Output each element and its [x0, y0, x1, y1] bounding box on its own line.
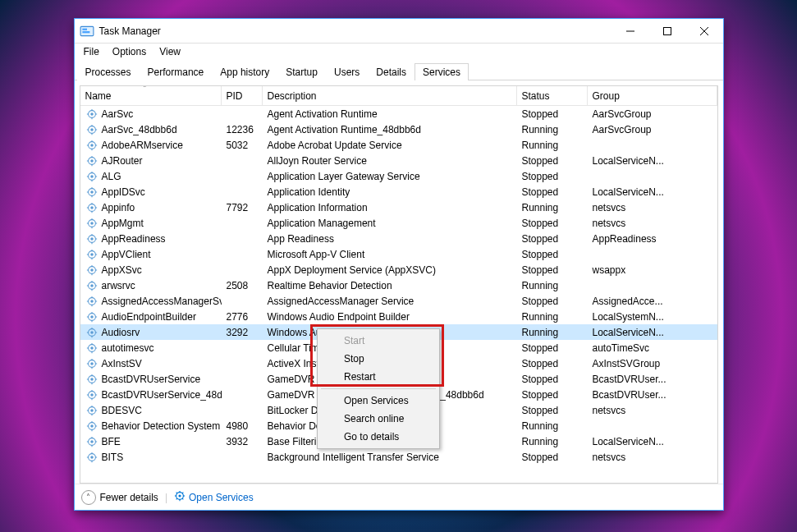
- menu-view[interactable]: View: [153, 44, 186, 59]
- svg-line-154: [182, 493, 183, 493]
- service-group: LocalServiceN...: [588, 324, 717, 340]
- svg-point-134: [90, 440, 94, 443]
- table-row[interactable]: Appinfo7792Application InformationRunnin…: [80, 200, 717, 215]
- service-group: BcastDVRUser...: [588, 387, 717, 402]
- table-row[interactable]: AppVClientMicrosoft App-V ClientStopped: [80, 246, 717, 262]
- service-status: Stopped: [517, 246, 588, 262]
- fewer-details-button[interactable]: ˄ Fewer details: [81, 490, 158, 505]
- maximize-button[interactable]: [649, 19, 686, 43]
- service-status: Stopped: [517, 449, 588, 465]
- svg-point-122: [90, 409, 94, 412]
- service-pid: [222, 449, 263, 465]
- svg-point-26: [90, 159, 94, 163]
- service-pid: 5032: [222, 137, 263, 153]
- svg-point-104: [90, 362, 94, 365]
- chevron-up-icon: ˄: [81, 490, 96, 505]
- table-row[interactable]: AarSvcAgent Activation RuntimeStoppedAar…: [80, 106, 717, 122]
- service-group: [588, 418, 717, 433]
- service-description: Application Identity: [263, 184, 517, 200]
- service-pid: 12236: [222, 122, 263, 137]
- header-pid[interactable]: PID: [222, 86, 263, 105]
- table-row[interactable]: AssignedAccessManagerSvcAssignedAccessMa…: [80, 293, 717, 309]
- gear-icon: [85, 310, 98, 323]
- header-group[interactable]: Group: [588, 86, 717, 105]
- service-name: BcastDVRUserService: [102, 374, 201, 385]
- service-name: AppReadiness: [102, 233, 166, 245]
- context-menu-item[interactable]: Stop: [319, 350, 437, 368]
- context-menu-item[interactable]: Open Services: [319, 392, 437, 410]
- header-status[interactable]: Status: [517, 86, 588, 105]
- tab-details[interactable]: Details: [368, 63, 415, 80]
- service-status: Running: [517, 433, 588, 449]
- header-description[interactable]: Description: [263, 86, 517, 105]
- table-row[interactable]: AudioEndpointBuilder2776Windows Audio En…: [80, 309, 717, 324]
- service-name: AudioEndpointBuilder: [102, 311, 196, 323]
- menubar: File Options View: [75, 44, 723, 60]
- header-name[interactable]: Name: [80, 86, 222, 105]
- table-row[interactable]: AppXSvcAppX Deployment Service (AppXSVC)…: [80, 262, 717, 277]
- table-row[interactable]: arwsrvc2508Realtime Behavior DetectionRu…: [80, 277, 717, 293]
- context-menu-item[interactable]: Go to details: [319, 428, 437, 446]
- gear-icon: [85, 217, 98, 230]
- service-status: Running: [517, 200, 588, 215]
- table-row[interactable]: AdobeARMservice5032Adobe Acrobat Update …: [80, 137, 717, 153]
- svg-line-153: [176, 498, 177, 499]
- titlebar: Task Manager: [75, 19, 723, 44]
- svg-point-92: [90, 331, 94, 334]
- minimize-button[interactable]: [612, 19, 649, 43]
- service-pid: 3932: [222, 433, 263, 449]
- open-services-link[interactable]: Open Services: [174, 490, 254, 504]
- svg-point-56: [90, 237, 94, 241]
- footer: ˄ Fewer details | Open Services: [75, 484, 723, 510]
- service-name: AssignedAccessManagerSvc: [102, 296, 222, 307]
- service-group: netsvcs: [588, 449, 717, 465]
- svg-point-38: [90, 190, 94, 194]
- tab-app-history[interactable]: App history: [212, 63, 277, 80]
- service-group: LocalServiceN...: [588, 433, 717, 449]
- gear-icon: [85, 404, 98, 417]
- service-group: [588, 137, 717, 153]
- table-row[interactable]: BITSBackground Intelligent Transfer Serv…: [80, 449, 717, 465]
- app-icon: [80, 24, 94, 39]
- tab-performance[interactable]: Performance: [140, 63, 213, 80]
- tab-services[interactable]: Services: [415, 63, 469, 80]
- svg-point-86: [90, 315, 94, 319]
- context-menu-item[interactable]: Search online: [319, 410, 437, 428]
- context-menu-separator: [321, 388, 436, 389]
- service-status: Stopped: [517, 340, 588, 355]
- tab-users[interactable]: Users: [326, 63, 368, 80]
- gear-icon: [85, 326, 98, 339]
- menu-options[interactable]: Options: [107, 44, 152, 59]
- svg-point-32: [90, 175, 94, 178]
- close-button[interactable]: [686, 19, 723, 43]
- svg-point-80: [90, 300, 94, 303]
- svg-rect-2: [82, 31, 89, 33]
- service-description: Adobe Acrobat Update Service: [263, 137, 517, 153]
- table-row[interactable]: AarSvc_48dbb6d12236Agent Activation Runt…: [80, 122, 717, 137]
- gear-icon: [85, 154, 98, 167]
- table-row[interactable]: AJRouterAllJoyn Router ServiceStoppedLoc…: [80, 153, 717, 168]
- svg-rect-4: [664, 27, 671, 34]
- table-row[interactable]: AppMgmtApplication ManagementStoppednets…: [80, 215, 717, 231]
- svg-point-62: [90, 253, 94, 256]
- service-description: Background Intelligent Transfer Service: [263, 449, 517, 465]
- window-title: Task Manager: [99, 25, 161, 37]
- menu-file[interactable]: File: [78, 44, 105, 59]
- table-row[interactable]: AppReadinessApp ReadinessStoppedAppReadi…: [80, 231, 717, 246]
- svg-line-152: [182, 498, 183, 499]
- table-row[interactable]: ALGApplication Layer Gateway ServiceStop…: [80, 168, 717, 184]
- service-name: AppMgmt: [102, 218, 144, 229]
- sort-ascending-icon: ˄: [143, 85, 147, 93]
- service-pid: [222, 184, 263, 200]
- svg-point-140: [90, 456, 94, 459]
- service-status: Stopped: [517, 371, 588, 387]
- svg-line-151: [176, 493, 177, 493]
- svg-point-74: [90, 284, 94, 287]
- tab-startup[interactable]: Startup: [277, 63, 326, 80]
- service-status: Stopped: [517, 262, 588, 277]
- table-row[interactable]: AppIDSvcApplication IdentityStoppedLocal…: [80, 184, 717, 200]
- context-menu-item[interactable]: Restart: [319, 368, 437, 386]
- tab-processes[interactable]: Processes: [77, 63, 140, 80]
- service-description: Agent Activation Runtime_48dbb6d: [263, 122, 517, 137]
- service-status: Stopped: [517, 215, 588, 231]
